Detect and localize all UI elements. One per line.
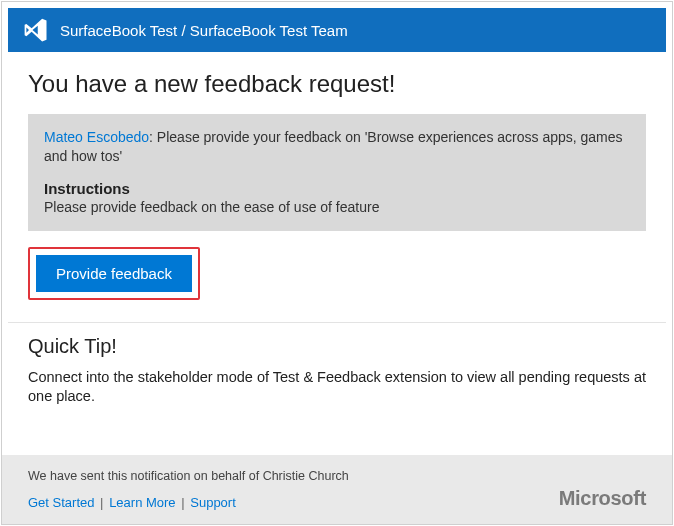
link-separator: | bbox=[181, 495, 184, 510]
quick-tip-section: Quick Tip! Connect into the stakeholder … bbox=[2, 323, 672, 427]
visual-studio-icon bbox=[22, 16, 50, 44]
tip-body: Connect into the stakeholder mode of Tes… bbox=[28, 368, 646, 407]
cta-highlight-frame: Provide feedback bbox=[28, 247, 200, 300]
requester-link[interactable]: Mateo Escobedo bbox=[44, 129, 149, 145]
instructions-text: Please provide feedback on the ease of u… bbox=[44, 199, 630, 215]
link-separator: | bbox=[100, 495, 103, 510]
tip-title: Quick Tip! bbox=[28, 335, 646, 358]
provide-feedback-button[interactable]: Provide feedback bbox=[36, 255, 192, 292]
instructions-heading: Instructions bbox=[44, 180, 630, 197]
project-breadcrumb: SurfaceBook Test / SurfaceBook Test Team bbox=[60, 22, 348, 39]
microsoft-logo: Microsoft bbox=[559, 487, 646, 510]
request-message: Mateo Escobedo: Please provide your feed… bbox=[44, 128, 630, 166]
learn-more-link[interactable]: Learn More bbox=[109, 495, 175, 510]
header-bar: SurfaceBook Test / SurfaceBook Test Team bbox=[8, 8, 666, 52]
page-title: You have a new feedback request! bbox=[28, 70, 646, 98]
footer-note-prefix: We have sent this notification on behalf… bbox=[28, 469, 263, 483]
notification-card: SurfaceBook Test / SurfaceBook Test Team… bbox=[1, 1, 673, 525]
content-area: You have a new feedback request! Mateo E… bbox=[2, 52, 672, 300]
footer-note: We have sent this notification on behalf… bbox=[28, 469, 646, 483]
feedback-request-box: Mateo Escobedo: Please provide your feed… bbox=[28, 114, 646, 231]
footer-bar: We have sent this notification on behalf… bbox=[2, 455, 672, 524]
footer-links: Get Started | Learn More | Support bbox=[28, 495, 646, 510]
footer-sender-name: Christie Church bbox=[263, 469, 349, 483]
support-link[interactable]: Support bbox=[190, 495, 236, 510]
get-started-link[interactable]: Get Started bbox=[28, 495, 94, 510]
